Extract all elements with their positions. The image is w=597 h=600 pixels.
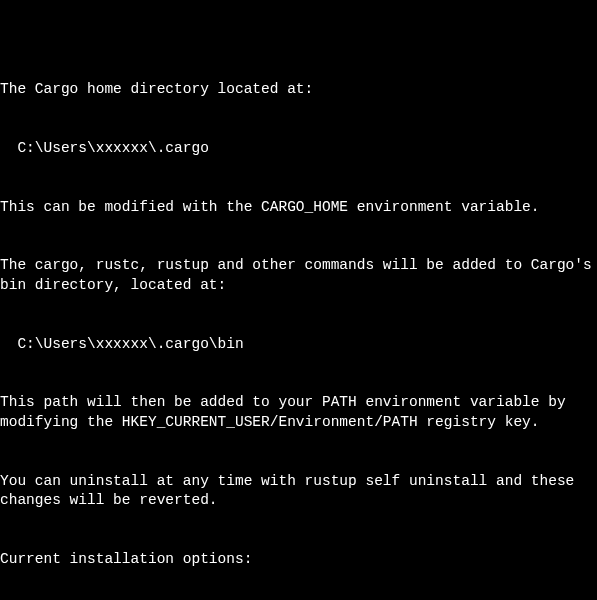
terminal-line: This path will then be added to your PAT… <box>0 393 597 432</box>
terminal-line: You can uninstall at any time with rustu… <box>0 472 597 511</box>
terminal-line: This can be modified with the CARGO_HOME… <box>0 198 597 218</box>
terminal-line-cargo-bin-path: C:\Users\xxxxxx\.cargo\bin <box>0 335 597 355</box>
terminal-line: The Cargo home directory located at: <box>0 80 597 100</box>
terminal-line: The cargo, rustc, rustup and other comma… <box>0 256 597 295</box>
terminal-line-options-header: Current installation options: <box>0 550 597 570</box>
terminal-line-cargo-home-path: C:\Users\xxxxxx\.cargo <box>0 139 597 159</box>
